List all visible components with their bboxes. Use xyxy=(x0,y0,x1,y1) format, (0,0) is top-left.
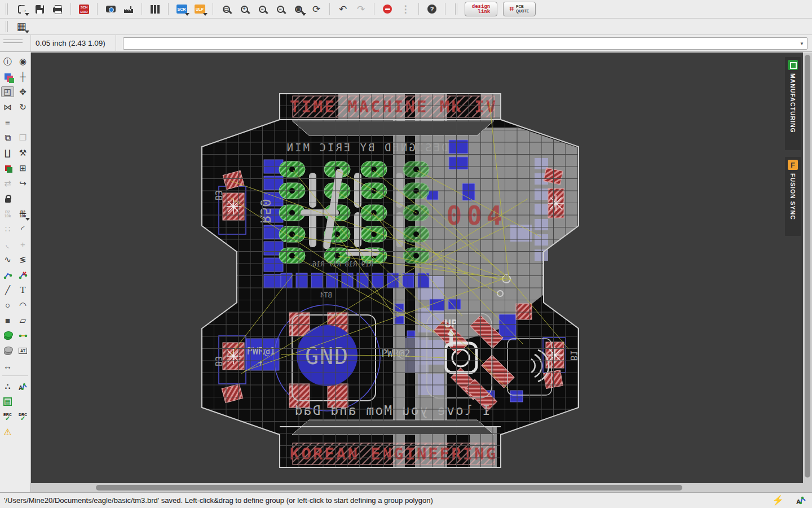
scr-icon: SCR xyxy=(176,5,187,14)
grid-icon: ▦ xyxy=(17,22,27,31)
redraw-button[interactable]: ⟳ xyxy=(308,2,325,16)
tool-dimension[interactable]: ↔ xyxy=(0,358,15,374)
horizontal-scrollbar[interactable] xyxy=(31,483,803,492)
chevron-down-icon xyxy=(203,13,208,16)
tool-circle[interactable]: ○ xyxy=(0,297,15,313)
tool-errors[interactable]: ⚠ xyxy=(0,424,15,440)
tool-miter-filled[interactable]: ◟ xyxy=(0,237,15,252)
factory-icon xyxy=(123,5,134,14)
chevron-down-icon xyxy=(25,218,30,221)
sidebar-grip[interactable] xyxy=(0,35,31,51)
tool-value-disabled[interactable]: R210k xyxy=(0,206,15,221)
tool-rotate[interactable]: ↻ xyxy=(15,99,30,115)
toolbar-grip[interactable] xyxy=(6,3,8,15)
toolbar-grip[interactable] xyxy=(6,21,8,32)
autoroute-status-icon[interactable]: A xyxy=(796,496,806,505)
print-button[interactable] xyxy=(49,2,66,16)
horizontal-scroll-thumb[interactable] xyxy=(96,485,682,491)
zoom-fit-icon: ▭ xyxy=(223,6,230,13)
board-canvas[interactable]: GND PWR@1 + PWR@2 UP 004 DESIGNED BY ERI… xyxy=(31,52,812,492)
warning-icon: ⚠ xyxy=(3,427,11,437)
tool-ripup[interactable] xyxy=(15,267,30,282)
tool-attribute[interactable]: AT xyxy=(15,343,30,358)
energy-bolt-icon[interactable]: ⚡ xyxy=(772,494,784,506)
tool-change[interactable]: ⚒ xyxy=(15,145,30,160)
toolbar-separator xyxy=(97,3,98,15)
tool-miter[interactable]: ◜ xyxy=(15,221,30,237)
tool-polygon-pour[interactable]: ▦ xyxy=(0,394,15,409)
tool-erc[interactable]: ERC✓ xyxy=(0,409,15,424)
tool-ratsnest[interactable]: ∴ xyxy=(0,379,15,394)
undo-button[interactable]: ↶ xyxy=(334,2,351,16)
combo-dropdown-icon[interactable]: ▼ xyxy=(800,41,804,46)
tool-paste[interactable]: ❐ xyxy=(15,130,30,145)
zoom-select-button[interactable]: ▣ xyxy=(290,2,307,16)
tool-rect[interactable]: ■ xyxy=(0,313,15,328)
pcb-quote-button[interactable]: ⌗ PCBQUOTE xyxy=(503,2,536,16)
help-icon: ? xyxy=(427,5,436,14)
tool-replace[interactable] xyxy=(0,160,15,176)
help-button[interactable]: ? xyxy=(423,2,440,16)
toolbar-separator xyxy=(142,3,142,15)
tool-arc[interactable]: ◠ xyxy=(15,297,30,313)
tool-via-bottom[interactable] xyxy=(0,343,15,358)
tool-split[interactable]: ≶ xyxy=(15,252,30,267)
tool-paste-net[interactable]: ∷ xyxy=(0,221,15,237)
tool-delete[interactable]: ∐ xyxy=(0,145,15,160)
zoom-redraw-button[interactable]: − xyxy=(272,2,289,16)
ripup-icon xyxy=(19,270,28,279)
tool-via[interactable] xyxy=(0,328,15,343)
tool-pinswap[interactable]: ⇄ xyxy=(0,176,15,191)
tool-move[interactable]: ✥ xyxy=(15,84,30,99)
tool-copy[interactable]: ⧉ xyxy=(0,130,15,145)
tool-mirror[interactable]: ⋈ xyxy=(0,99,15,115)
tool-drc[interactable]: DRC✓ xyxy=(15,409,30,424)
vertical-scrollbar[interactable] xyxy=(803,52,812,483)
camera-export-image-button[interactable] xyxy=(102,2,119,16)
tool-name[interactable]: ≡ xyxy=(0,115,15,130)
svg-text:B1: B1 xyxy=(568,351,579,361)
tool-wire[interactable]: ╱ xyxy=(0,282,15,297)
grid-settings-button[interactable]: ▦ xyxy=(13,19,30,34)
tool-signal[interactable] xyxy=(15,328,30,343)
tool-gateswap[interactable]: ↪ xyxy=(15,176,30,191)
tool-route[interactable] xyxy=(0,267,15,282)
schematic-board-toggle-button[interactable]: SCHBRD xyxy=(76,2,92,16)
status-message: '/Users/Mine20/Documents/eagle/basic/tm3… xyxy=(4,496,433,505)
open-recent-button[interactable] xyxy=(13,2,30,16)
zoom-in-button[interactable]: + xyxy=(236,2,253,16)
scrollbar-corner xyxy=(803,483,812,492)
tool-polygon[interactable]: ▱ xyxy=(15,313,30,328)
tool-group-selected[interactable]: ◰ xyxy=(0,84,15,99)
library-button[interactable] xyxy=(147,2,164,16)
tool-meander[interactable]: ∿ xyxy=(0,252,15,267)
stop-button[interactable] xyxy=(379,2,396,16)
toolbar-grip[interactable] xyxy=(455,3,457,15)
tool-autoroute[interactable]: A xyxy=(15,379,30,394)
zoom-out-button[interactable]: − xyxy=(254,2,271,16)
tool-split-plus[interactable]: + xyxy=(15,237,30,252)
pcb-board[interactable]: GND PWR@1 + PWR@2 UP 004 DESIGNED BY ERI… xyxy=(31,52,812,492)
sch-brd-icon: SCHBRD xyxy=(79,5,89,14)
tool-add[interactable]: ⊞ xyxy=(15,160,30,176)
tool-mark[interactable]: ┼ xyxy=(15,69,30,84)
tool-value[interactable]: R210k xyxy=(15,206,30,221)
tool-display-layers[interactable] xyxy=(0,69,15,84)
via-icon xyxy=(4,335,12,340)
run-script-button[interactable]: SCR xyxy=(173,2,190,16)
run-ulp-button[interactable]: ULP xyxy=(191,2,208,16)
tool-info[interactable]: ⓘ xyxy=(0,54,15,69)
design-link-button[interactable]: designlink xyxy=(465,2,497,16)
cam-processor-button[interactable] xyxy=(120,2,137,16)
tool-text[interactable]: T xyxy=(15,282,30,297)
vertical-scroll-thumb[interactable] xyxy=(805,55,810,478)
zoom-fit-button[interactable]: ▭ xyxy=(218,2,235,16)
options-button[interactable]: ⋮ xyxy=(397,2,414,16)
tool-lock[interactable] xyxy=(0,191,15,206)
command-combobox[interactable]: ▼ xyxy=(123,37,807,50)
tab-manufacturing[interactable]: MANUFACTURING xyxy=(785,57,801,150)
tab-fusion-sync[interactable]: F FUSION SYNC xyxy=(785,157,801,236)
save-button[interactable] xyxy=(31,2,48,16)
redo-button[interactable]: ↷ xyxy=(352,2,369,16)
tool-show[interactable]: ◉ xyxy=(15,54,30,69)
